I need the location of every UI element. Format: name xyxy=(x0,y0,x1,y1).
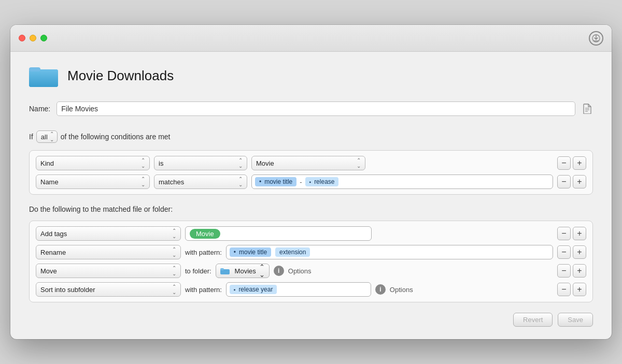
action-1-minus-button[interactable]: − xyxy=(557,227,571,240)
name-dropdown[interactable]: Name ⌃⌄ xyxy=(36,174,150,189)
content-area: Movie Downloads Name: If all ⌃⌄ xyxy=(10,52,612,339)
action-row-2: Rename ⌃⌄ with pattern: movie title exte… xyxy=(36,245,586,259)
rename-chevron: ⌃⌄ xyxy=(172,246,176,258)
release-year-token: release year xyxy=(230,285,277,294)
move-dropdown[interactable]: Move ⌃⌄ xyxy=(36,264,181,278)
movie-chevron: ⌃⌄ xyxy=(357,157,361,169)
revert-button[interactable]: Revert xyxy=(513,313,553,327)
folder-header: Movie Downloads xyxy=(29,64,593,87)
folder-icon xyxy=(29,64,58,87)
dash-separator: - xyxy=(300,178,302,186)
movie-title-token: movie title xyxy=(255,177,296,186)
action-4-minus-button[interactable]: − xyxy=(557,283,571,296)
chevron-icon: ⌃⌄ xyxy=(50,131,54,142)
action-2-minus-button[interactable]: − xyxy=(557,245,571,259)
conditions-header: If all ⌃⌄ of the following conditions ar… xyxy=(29,130,593,143)
all-label: all xyxy=(41,133,48,141)
action-row-4: Sort into subfolder ⌃⌄ with pattern: rel… xyxy=(36,282,586,297)
subfolder-options-label[interactable]: Options xyxy=(390,286,413,294)
actions-intro-label: Do the following to the matched file or … xyxy=(29,205,593,213)
matches-label: matches xyxy=(159,178,184,186)
svg-rect-2 xyxy=(29,69,58,87)
condition-2-plus-button[interactable]: + xyxy=(573,175,586,188)
is-label: is xyxy=(159,159,163,167)
document-icon xyxy=(582,103,593,114)
is-dropdown[interactable]: is ⌃⌄ xyxy=(154,156,247,170)
subfolder-info-button[interactable]: i xyxy=(375,284,386,295)
movie-tag-badge: Movie xyxy=(190,229,220,239)
move-chevron: ⌃⌄ xyxy=(172,265,176,276)
name-row: Name: xyxy=(29,101,593,116)
action-row-1: Add tags ⌃⌄ Movie − + xyxy=(36,226,586,241)
rename-pattern-field[interactable]: movie title extension xyxy=(226,245,553,259)
subfolder-label: Sort into subfolder xyxy=(40,286,95,294)
kind-chevron: ⌃⌄ xyxy=(141,157,145,169)
subfolder-pattern-label: with pattern: xyxy=(185,286,222,294)
kind-label: Kind xyxy=(40,159,54,167)
svg-rect-3 xyxy=(29,67,40,71)
is-chevron: ⌃⌄ xyxy=(238,157,243,169)
folder-chevron: ⌃⌄ xyxy=(259,263,265,279)
condition-row-1: Kind ⌃⌄ is ⌃⌄ Movie ⌃⌄ − + xyxy=(36,156,586,170)
maximize-button[interactable] xyxy=(40,35,47,41)
name-label: Name: xyxy=(29,105,50,113)
condition-1-pm-group: − + xyxy=(557,156,586,170)
subfolder-chevron: ⌃⌄ xyxy=(172,284,176,295)
condition-2-pm-group: − + xyxy=(557,175,586,188)
move-info-button[interactable]: i xyxy=(274,266,284,276)
add-tags-chevron: ⌃⌄ xyxy=(172,228,176,239)
action-row-3: Move ⌃⌄ to folder: Movies ⌃⌄ i Options − xyxy=(36,264,586,278)
action-2-plus-button[interactable]: + xyxy=(573,245,586,259)
rename-extension-token: extension xyxy=(275,247,310,257)
action-3-minus-button[interactable]: − xyxy=(557,264,571,278)
rename-dropdown[interactable]: Rename ⌃⌄ xyxy=(36,245,181,259)
main-window: Movie Downloads Name: If all ⌃⌄ xyxy=(10,25,612,339)
titlebar-right xyxy=(589,31,603,46)
traffic-lights xyxy=(19,35,47,41)
release-token: release xyxy=(305,177,339,186)
add-tags-label: Add tags xyxy=(40,230,67,238)
svg-rect-8 xyxy=(220,268,224,270)
move-options-label[interactable]: Options xyxy=(288,267,312,275)
download-icon xyxy=(589,31,603,46)
action-1-pm-group: − + xyxy=(557,227,586,240)
condition-row-2: Name ⌃⌄ matches ⌃⌄ movie title - release… xyxy=(36,174,586,189)
kind-dropdown[interactable]: Kind ⌃⌄ xyxy=(36,156,150,170)
action-4-plus-button[interactable]: + xyxy=(573,283,586,296)
subfolder-pattern-field[interactable]: release year xyxy=(226,282,371,297)
save-button[interactable]: Save xyxy=(558,313,593,327)
condition-2-minus-button[interactable]: − xyxy=(557,175,571,188)
condition-1-minus-button[interactable]: − xyxy=(557,156,571,170)
condition-1-plus-button[interactable]: + xyxy=(573,156,586,170)
minimize-button[interactable] xyxy=(30,35,36,41)
action-3-plus-button[interactable]: + xyxy=(573,264,586,278)
folder-select[interactable]: Movies ⌃⌄ xyxy=(216,264,270,278)
move-label: Move xyxy=(40,267,57,275)
matches-dropdown[interactable]: matches ⌃⌄ xyxy=(154,174,247,189)
rename-movie-title-token: movie title xyxy=(230,247,271,257)
tag-input[interactable]: Movie xyxy=(185,226,372,241)
close-button[interactable] xyxy=(19,35,25,41)
matches-pattern-field[interactable]: movie title - release xyxy=(251,174,553,189)
conditions-if-label: If xyxy=(29,133,33,141)
actions-box: Add tags ⌃⌄ Movie − + Rename ⌃⌄ with p xyxy=(29,221,593,302)
add-tags-dropdown[interactable]: Add tags ⌃⌄ xyxy=(36,226,181,241)
name-input[interactable] xyxy=(56,101,575,116)
conditions-suffix-label: of the following conditions are met xyxy=(61,133,171,141)
movie-dropdown[interactable]: Movie ⌃⌄ xyxy=(251,156,365,170)
action-3-pm-group: − + xyxy=(557,264,586,278)
name-chevron: ⌃⌄ xyxy=(141,176,145,187)
footer-buttons: Revert Save xyxy=(29,313,593,327)
action-1-plus-button[interactable]: + xyxy=(573,227,586,240)
action-4-pm-group: − + xyxy=(557,283,586,296)
action-2-pm-group: − + xyxy=(557,245,586,259)
move-to-folder-label: to folder: xyxy=(185,267,211,275)
subfolder-dropdown[interactable]: Sort into subfolder ⌃⌄ xyxy=(36,282,181,297)
conditions-all-select[interactable]: all ⌃⌄ xyxy=(36,130,58,143)
name-field-label: Name xyxy=(40,178,59,186)
matches-chevron: ⌃⌄ xyxy=(238,176,243,187)
movies-folder-label: Movies xyxy=(235,267,256,275)
rename-pattern-label: with pattern: xyxy=(185,249,222,256)
folder-title: Movie Downloads xyxy=(67,68,174,84)
titlebar xyxy=(10,25,612,52)
